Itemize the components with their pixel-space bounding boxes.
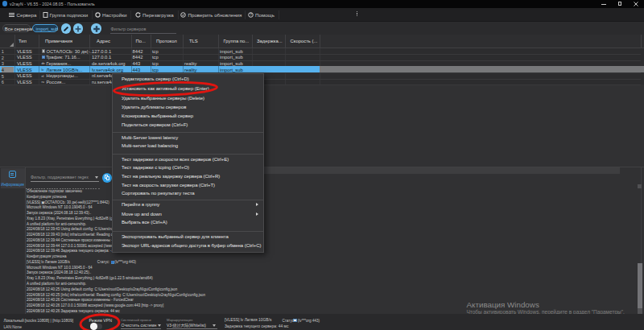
svg-text:?: ? bbox=[250, 13, 252, 17]
